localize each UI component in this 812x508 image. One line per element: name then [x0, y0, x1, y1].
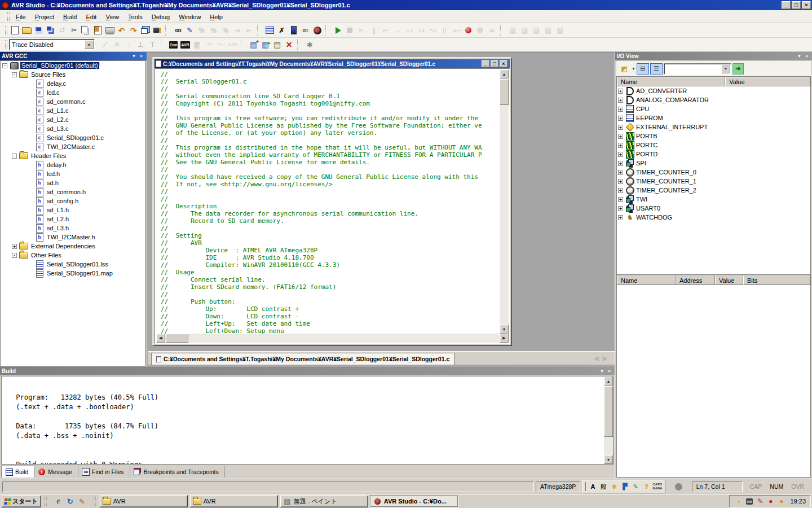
- close-button[interactable]: ×: [802, 1, 811, 9]
- toolbar-button-icon[interactable]: [243, 25, 255, 36]
- tree-expander-icon[interactable]: +: [618, 107, 623, 112]
- output-tab[interactable]: Breakpoints and Tracepoints: [130, 466, 225, 478]
- build-output[interactable]: Program: 13282 bytes (40.5% Full) (.text…: [1, 376, 614, 465]
- io-item[interactable]: + CPU: [617, 104, 810, 113]
- toolbar-button-icon[interactable]: [33, 25, 45, 36]
- toolbar-button-icon[interactable]: [415, 25, 427, 36]
- toolbar-button-icon[interactable]: [257, 25, 262, 36]
- toolbar-button-icon[interactable]: [259, 39, 271, 50]
- menu-item[interactable]: Build: [59, 12, 81, 22]
- tree-item[interactable]: sd_common.c: [1, 97, 145, 106]
- internet-explorer-icon[interactable]: [54, 497, 63, 506]
- taskbar-task-button[interactable]: AVR: [189, 495, 278, 507]
- code-area[interactable]: //// Serial_SDlogger01.c//// Serial comm…: [156, 69, 500, 334]
- toolbar-button-icon[interactable]: [179, 39, 191, 50]
- file-tab[interactable]: C:¥Documents and Settings¥T.Togashi¥My D…: [151, 353, 454, 365]
- toolbar-button-icon[interactable]: [68, 25, 80, 36]
- tree-expander-icon[interactable]: -: [12, 154, 17, 159]
- tree-expander-icon[interactable]: +: [618, 197, 623, 202]
- toolbar-button-icon[interactable]: [486, 25, 498, 36]
- panel-close-icon[interactable]: ×: [606, 368, 613, 374]
- chevron-down-icon[interactable]: ▼: [85, 40, 94, 49]
- scroll-left-icon[interactable]: ◀: [156, 334, 165, 343]
- io-item[interactable]: + TIMER_COUNTER_2: [617, 186, 810, 195]
- io-item[interactable]: + TIMER_COUNTER_1: [617, 177, 810, 186]
- chevron-down-icon[interactable]: ▼: [632, 67, 636, 71]
- toolbar-button-icon[interactable]: [427, 25, 439, 36]
- tree-item[interactable]: - Source Files: [1, 70, 145, 79]
- tree-item[interactable]: delay.c: [1, 79, 145, 88]
- tree-expander-icon[interactable]: -: [2, 63, 7, 68]
- tree-item[interactable]: sd_L3.h: [1, 224, 145, 233]
- tree-expander-icon[interactable]: +: [618, 179, 623, 184]
- toolbar-button-icon[interactable]: [356, 25, 368, 36]
- toolbar-button-icon[interactable]: [271, 39, 283, 50]
- io-item[interactable]: + EXTERNAL_INTERRUPT: [617, 122, 810, 132]
- panel-close-icon[interactable]: ×: [138, 53, 145, 59]
- tree-item[interactable]: sd_L2.c: [1, 115, 145, 124]
- scroll-down-icon[interactable]: ▼: [604, 455, 613, 464]
- tree-item[interactable]: - Other Files: [1, 251, 145, 260]
- toolbar-button-icon[interactable]: [191, 39, 203, 50]
- toolbar-grip[interactable]: [5, 40, 7, 49]
- tree-expander-icon[interactable]: +: [618, 152, 623, 157]
- menu-item[interactable]: Window: [174, 12, 205, 22]
- tree-expander-icon[interactable]: +: [618, 215, 623, 220]
- tab-scroll-right-icon[interactable]: ▷: [603, 356, 607, 361]
- ime-pad-icon[interactable]: ✾: [610, 482, 619, 491]
- menu-item[interactable]: View: [101, 12, 123, 22]
- toolbar-button-icon[interactable]: [297, 40, 302, 50]
- toolbar-button-icon[interactable]: [123, 39, 135, 50]
- toolbar-button-icon[interactable]: [56, 25, 68, 36]
- io-item[interactable]: + SPI: [617, 159, 810, 168]
- tree-expander-icon[interactable]: +: [618, 89, 623, 94]
- toolbar-button-icon[interactable]: [80, 25, 92, 36]
- io-item[interactable]: + EEPROM: [617, 113, 810, 122]
- toolbar-button-icon[interactable]: [135, 39, 147, 50]
- toolbar-button-icon[interactable]: [439, 25, 451, 36]
- io-item[interactable]: + PORTB: [617, 132, 810, 141]
- column-header[interactable]: Bits: [743, 275, 810, 285]
- toolbar-button-icon[interactable]: [264, 25, 276, 36]
- tree-item[interactable]: sd_L1.h: [1, 205, 145, 214]
- ime-mode-kanji-icon[interactable]: 般: [599, 482, 608, 491]
- toolbar-button-icon[interactable]: [184, 25, 196, 36]
- editor-maximize-button[interactable]: □: [491, 60, 498, 67]
- tree-expander-icon[interactable]: +: [12, 244, 17, 249]
- maximize-button[interactable]: □: [792, 1, 801, 9]
- horizontal-scroll-thumb[interactable]: [166, 334, 188, 343]
- panel-collapse-icon[interactable]: ▾: [598, 368, 606, 374]
- scroll-right-icon[interactable]: ▶: [500, 334, 509, 343]
- toolbar-button-icon[interactable]: [325, 25, 330, 36]
- toolbar-button-icon[interactable]: [332, 25, 344, 36]
- toolbar-button-icon[interactable]: [241, 40, 246, 50]
- toolbar-button-icon[interactable]: [104, 25, 116, 36]
- show-desktop-icon[interactable]: [65, 497, 75, 506]
- toolbar-grip[interactable]: [7, 12, 10, 21]
- menu-item[interactable]: Edit: [81, 12, 101, 22]
- tree-expander-icon[interactable]: +: [618, 98, 623, 103]
- toolbar-button-icon[interactable]: [147, 39, 158, 50]
- tree-item[interactable]: delay.h: [1, 160, 145, 169]
- scroll-up-icon[interactable]: ▲: [500, 69, 509, 78]
- ime-mode-a-icon[interactable]: A: [588, 482, 597, 491]
- tree-item[interactable]: sd.h: [1, 178, 145, 187]
- tree-item[interactable]: sd_config.h: [1, 196, 145, 205]
- toolbar-button-icon[interactable]: [227, 39, 239, 50]
- io-item[interactable]: + USART0: [617, 204, 810, 213]
- io-item[interactable]: + AD_CONVERTER: [617, 86, 810, 95]
- tree-item[interactable]: - Serial_SDlogger01 (default): [1, 61, 145, 70]
- build-vertical-scrollbar[interactable]: ▲ ▼: [604, 376, 613, 464]
- panel-close-icon[interactable]: ×: [803, 53, 810, 59]
- output-tab[interactable]: Build: [1, 466, 34, 478]
- tree-expander-icon[interactable]: +: [618, 143, 623, 148]
- tree-item[interactable]: Serial_SDlogger01.lss: [1, 260, 145, 269]
- toolbar-button-icon[interactable]: [519, 25, 531, 36]
- tree-item[interactable]: Serial_SDlogger01.c: [1, 133, 145, 142]
- toolbar-button-icon[interactable]: [127, 25, 139, 36]
- window-titlebar[interactable]: AVR Studio - C:¥Documents and Settings¥T…: [0, 0, 812, 10]
- vertical-scroll-thumb[interactable]: [604, 386, 613, 437]
- editor-window[interactable]: C:¥Documents and Settings¥T.Togashi¥My D…: [152, 57, 512, 346]
- editor-minimize-button[interactable]: _: [482, 60, 489, 67]
- io-item[interactable]: + PORTD: [617, 150, 810, 159]
